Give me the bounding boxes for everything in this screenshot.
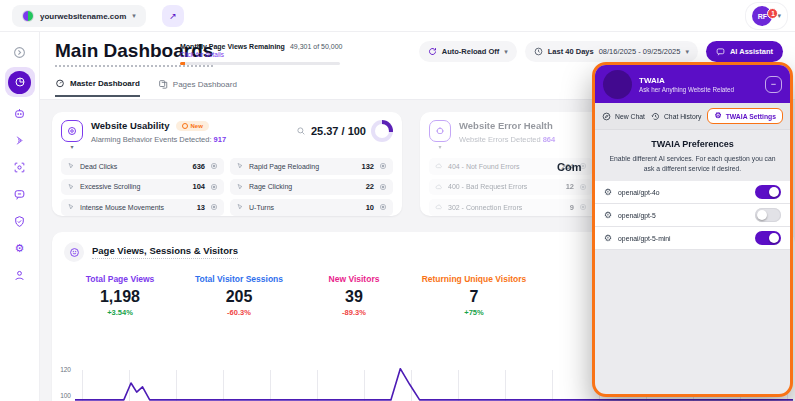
service-row-gpt-5-mini[interactable]: ⚙ openai/gpt-5-mini <box>595 227 790 250</box>
range-label: Last 40 Days <box>548 47 594 56</box>
usability-card-icon-toggle[interactable]: ▾ <box>61 120 83 150</box>
user-menu[interactable]: RF 1 ▾ <box>746 3 787 29</box>
range-dates: 08/16/2025 - 09/25/2025 <box>599 47 681 56</box>
error-card-icon-toggle[interactable]: ▾ <box>429 120 451 150</box>
metric-value: 104 <box>192 182 205 191</box>
service-row-gpt-5[interactable]: ⚙ openai/gpt-5 <box>595 204 790 227</box>
sidebar-item-account[interactable] <box>8 263 32 287</box>
site-selector[interactable]: yourwebsitename.com ▾ <box>12 5 146 27</box>
minus-icon: − <box>771 79 776 89</box>
site-name: yourwebsitename.com <box>40 12 126 21</box>
error-row[interactable]: 302 - Connection Errors 9 <box>429 199 593 216</box>
open-site-button[interactable]: ↗ <box>162 5 184 27</box>
error-title: Website Error Health <box>459 120 553 131</box>
stat-returning-unique-visitors[interactable]: Returning Unique Visitors 7 +75% <box>410 274 538 317</box>
metric-row[interactable]: Dead Clicks 636 <box>61 158 224 175</box>
twaia-preferences-heading: TWAIA Preferences <box>595 139 790 149</box>
metric-row[interactable]: U-Turns 10 <box>230 199 393 216</box>
service-name: openai/gpt-5-mini <box>618 235 749 242</box>
tab-new-chat[interactable]: New Chat <box>602 112 645 121</box>
metric-row[interactable]: Rage Clicking 22 <box>230 179 393 196</box>
date-range-select[interactable]: Last 40 Days 08/16/2025 - 09/25/2025 ▾ <box>525 41 698 62</box>
sidebar-item-voice[interactable] <box>8 128 32 152</box>
usability-title: Website Usability <box>91 120 170 131</box>
quota-label: Monthly Page Views Remaining <box>180 43 285 50</box>
ai-services-list: ⚙ openai/gpt-4o ⚙ openai/gpt-5 ⚙ openai/… <box>595 181 790 250</box>
header-controls: Auto-Reload Off ▾ Last 40 Days 08/16/202… <box>419 41 783 62</box>
pencil-circle-icon <box>602 112 611 121</box>
quota-progress-fill <box>180 62 185 65</box>
quota-details-link[interactable]: Click for details <box>180 51 350 58</box>
error-row[interactable]: 400 - Bad Request Errors 12 <box>429 179 593 196</box>
service-toggle[interactable] <box>755 231 781 245</box>
stats-title: Page Views, Sessions & Visitors <box>92 245 238 259</box>
minimize-button[interactable]: − <box>765 76 782 93</box>
cloud-icon <box>435 183 443 191</box>
stat-total-visitor-sessions[interactable]: Total Visitor Sessions 205 -60.3% <box>180 274 298 317</box>
sidebar-item-session-scan[interactable] <box>8 155 32 179</box>
gauge-icon <box>55 78 65 88</box>
cursor-icon <box>67 162 75 170</box>
avatar: RF 1 <box>752 6 772 26</box>
refresh-icon <box>428 47 437 56</box>
sidebar-item-settings[interactable]: ⚙ <box>8 236 32 260</box>
gear-icon: ⚙ <box>714 112 721 120</box>
stat-value: 39 <box>298 288 410 306</box>
sidebar-item-chat[interactable] <box>8 182 32 206</box>
tab-twaia-settings[interactable]: ⚙ TWAIA Settings <box>707 108 783 124</box>
cloud-icon <box>435 162 443 170</box>
smiley-badge-icon <box>64 242 84 262</box>
twaia-tabs: New Chat Chat History ⚙ TWAIA Settings <box>595 103 790 130</box>
service-toggle[interactable] <box>755 208 781 222</box>
sidebar-item-security[interactable] <box>8 209 32 233</box>
circle-arrow-icon <box>13 46 26 59</box>
badge-dot-icon <box>182 123 188 129</box>
stat-label: Total Page Views <box>60 274 180 284</box>
twaia-title: TWAIA <box>639 76 758 85</box>
service-row-gpt-4o[interactable]: ⚙ openai/gpt-4o <box>595 181 790 204</box>
stat-total-page-views[interactable]: Total Page Views 1,198 +3.54% <box>60 274 180 317</box>
gear-icon: ⚙ <box>604 211 612 220</box>
dashboard-tabs: Master Dashboard Pages Dashboard <box>55 78 237 97</box>
record-dot-icon <box>210 203 218 211</box>
chevron-down-icon: ▾ <box>132 12 136 20</box>
metric-row[interactable]: Intense Mouse Movements 13 <box>61 199 224 216</box>
twaia-subtitle: Ask her Anything Website Related <box>639 86 758 93</box>
score-value: 25.37 / 100 <box>311 125 366 137</box>
record-dot-icon <box>579 183 587 191</box>
sidebar-item-bot[interactable] <box>8 101 32 125</box>
metric-label: Intense Mouse Movements <box>80 204 192 211</box>
metric-value: 22 <box>366 182 374 191</box>
service-toggle[interactable] <box>755 185 781 199</box>
stat-value: 205 <box>180 288 298 306</box>
auto-reload-select[interactable]: Auto-Reload Off ▾ <box>419 41 517 62</box>
cloud-icon <box>435 203 443 211</box>
record-dot-icon <box>379 183 387 191</box>
record-dot-icon <box>379 162 387 170</box>
cursor-icon <box>236 203 244 211</box>
metric-row[interactable]: Excessive Scrolling 104 <box>61 179 224 196</box>
record-dot-icon <box>579 203 587 211</box>
website-usability-card: ▾ Website Usability New Alarming Behavio… <box>52 112 402 216</box>
metric-row[interactable]: Rapid Page Reloading 132 <box>230 158 393 175</box>
tab-pages-dashboard[interactable]: Pages Dashboard <box>158 78 237 97</box>
quota-widget: Monthly Page Views Remaining 49,301 of 5… <box>180 43 350 65</box>
sidebar-item-dashboard[interactable] <box>5 67 35 97</box>
stat-label: Returning Unique Visitors <box>410 274 538 284</box>
tab-chat-history[interactable]: Chat History <box>651 112 701 121</box>
chevron-down-icon: ▾ <box>70 143 73 150</box>
ai-assistant-button[interactable]: AI Assistant <box>706 41 783 62</box>
scan-eye-icon <box>13 161 26 174</box>
error-detected-label: Website Errors Detected <box>459 135 541 144</box>
bug-icon <box>429 120 451 142</box>
stat-new-visitors[interactable]: New Visitors 39 -89.3% <box>298 274 410 317</box>
stat-change: +75% <box>410 308 538 317</box>
y-axis-tick: 100 <box>53 392 71 399</box>
tab-master-dashboard[interactable]: Master Dashboard <box>55 78 140 97</box>
stat-change: -60.3% <box>180 308 298 317</box>
metric-value: 132 <box>361 162 374 171</box>
error-label: 404 - Not Found Errors <box>448 163 556 170</box>
collapse-sidebar-button[interactable] <box>8 40 32 64</box>
stat-change: -89.3% <box>298 308 410 317</box>
metric-value: 636 <box>192 162 205 171</box>
